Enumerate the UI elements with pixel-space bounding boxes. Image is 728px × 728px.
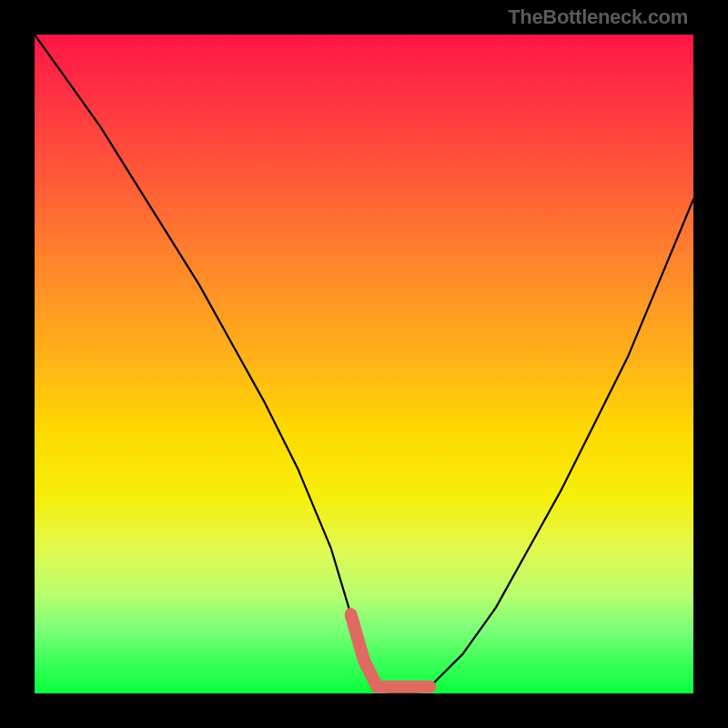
curve-overlay (35, 35, 693, 693)
bottleneck-curve (35, 35, 693, 693)
optimal-range-highlight (351, 614, 430, 687)
plot-area (35, 35, 693, 693)
chart-frame: TheBottleneck.com (0, 0, 728, 728)
watermark-text: TheBottleneck.com (508, 5, 688, 29)
